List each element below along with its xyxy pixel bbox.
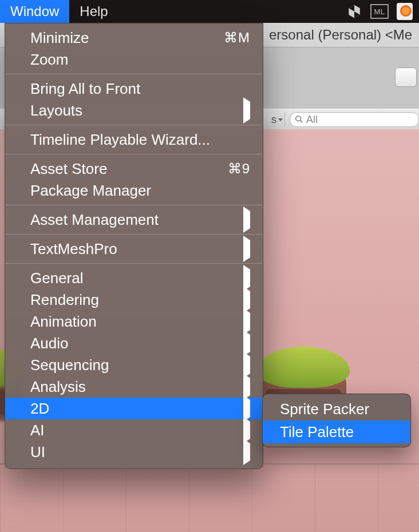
submenu-item-label: Sprite Packer	[280, 400, 369, 418]
menu-separator	[5, 154, 263, 154]
toolbar-dropdown[interactable]: s	[269, 113, 285, 127]
menu-item-shortcut: ⌘M	[224, 30, 250, 46]
submenu-arrow-icon	[243, 356, 250, 374]
submenu-arrow-icon	[243, 102, 250, 120]
menu-item-label: Audio	[30, 335, 69, 352]
menu-item-2d[interactable]: 2D	[5, 398, 263, 419]
menu-item-shortcut: ⌘9	[228, 161, 250, 177]
menu-item-sequencing[interactable]: Sequencing	[5, 354, 263, 376]
menubar-tray: ML	[345, 0, 419, 23]
submenu-arrow-icon	[243, 313, 250, 331]
menu-item-analysis[interactable]: Analysis	[5, 376, 263, 398]
ml-icon-label: ML	[370, 4, 389, 19]
menu-separator	[5, 74, 263, 74]
menu-item-ui[interactable]: UI	[5, 441, 263, 463]
toolbar-search-field[interactable]: All	[290, 112, 419, 127]
menu-item-label: Bring All to Front	[30, 80, 140, 98]
window-menu-2d-submenu: Sprite PackerTile Palette	[262, 394, 411, 447]
toolbar-search-placeholder: All	[306, 114, 318, 126]
menu-item-textmeshpro[interactable]: TextMeshPro	[5, 238, 263, 260]
menubar-item-label: Window	[10, 3, 59, 19]
menu-item-label: Zoom	[30, 51, 68, 69]
submenu-arrow-icon	[243, 291, 250, 309]
menu-item-label: Layouts	[30, 102, 82, 120]
mac-menubar: WindowHelp ML	[0, 0, 419, 23]
menu-item-timeline-playable-wizard[interactable]: Timeline Playable Wizard...	[5, 129, 263, 150]
menu-item-package-manager[interactable]: Package Manager	[5, 180, 263, 201]
menu-item-label: 2D	[30, 400, 49, 418]
menu-separator	[5, 263, 263, 264]
menu-item-label: TextMeshPro	[30, 240, 117, 258]
ml-icon[interactable]: ML	[370, 2, 389, 21]
menu-item-minimize[interactable]: Minimize⌘M	[5, 27, 263, 49]
submenu-arrow-icon	[243, 443, 250, 461]
submenu-item-tile-palette[interactable]: Tile Palette	[263, 420, 410, 443]
menu-separator	[5, 125, 263, 125]
menu-item-label: Asset Management	[30, 211, 159, 229]
window-menu-dropdown: Minimize⌘MZoomBring All to FrontLayoutsT…	[5, 23, 263, 469]
scene-floor-grid	[0, 463, 419, 532]
search-icon	[295, 114, 303, 126]
submenu-arrow-icon	[243, 240, 250, 258]
menubar-item-help[interactable]: Help	[69, 0, 118, 23]
submenu-arrow-icon	[243, 422, 250, 439]
menu-item-bring-all-to-front[interactable]: Bring All to Front	[5, 78, 263, 100]
menu-item-general[interactable]: General	[5, 267, 263, 289]
window-title-text: ersonal (Personal) <Me	[269, 27, 412, 43]
submenu-arrow-icon	[243, 378, 250, 396]
menubar-item-label: Help	[80, 3, 108, 19]
menubar-item-window[interactable]: Window	[0, 0, 69, 23]
menu-item-label: Animation	[30, 313, 97, 331]
menu-item-label: Analysis	[30, 378, 86, 396]
menu-item-label: AI	[30, 422, 45, 439]
submenu-arrow-icon	[243, 269, 250, 287]
submenu-arrow-icon	[243, 335, 250, 352]
submenu-item-label: Tile Palette	[280, 423, 354, 441]
menu-item-zoom[interactable]: Zoom	[5, 49, 263, 70]
menu-item-ai[interactable]: AI	[5, 419, 263, 441]
menu-separator	[5, 205, 263, 205]
toolbar-dropdown-suffix: s	[271, 114, 276, 125]
svg-point-0	[296, 116, 301, 121]
menu-item-label: Package Manager	[30, 182, 151, 200]
submenu-arrow-icon	[243, 400, 250, 418]
menu-item-audio[interactable]: Audio	[5, 332, 263, 354]
menu-item-rendering[interactable]: Rendering	[5, 289, 263, 311]
account-key-icon[interactable]	[395, 2, 414, 21]
menu-separator	[5, 234, 263, 235]
menu-item-label: Asset Store	[30, 160, 107, 178]
menu-item-label: Timeline Playable Wizard...	[30, 131, 210, 149]
submenu-arrow-icon	[243, 211, 250, 229]
menubar-spacer	[118, 0, 345, 23]
menu-item-label: General	[30, 269, 84, 287]
menu-item-layouts[interactable]: Layouts	[5, 100, 263, 121]
menu-item-label: Rendering	[30, 291, 99, 309]
menu-item-asset-management[interactable]: Asset Management	[5, 209, 263, 231]
menu-item-label: Minimize	[30, 29, 89, 47]
menu-item-label: Sequencing	[30, 356, 109, 374]
svg-line-1	[301, 120, 303, 122]
unity-logo-icon[interactable]	[345, 2, 364, 21]
submenu-item-sprite-packer[interactable]: Sprite Packer	[263, 398, 410, 420]
menu-item-asset-store[interactable]: Asset Store⌘9	[5, 158, 263, 180]
menu-item-label: UI	[30, 443, 45, 461]
menu-item-animation[interactable]: Animation	[5, 311, 263, 332]
unity-toolbar-right-button[interactable]	[395, 68, 417, 87]
